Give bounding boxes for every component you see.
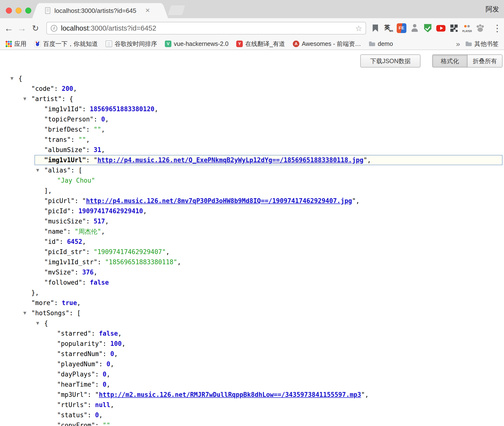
- json-token: "dayPlays": [57, 371, 95, 378]
- json-line: ▼"hotSongs": [: [0, 308, 504, 318]
- v-flag-extension-icon[interactable]: [370, 23, 380, 33]
- json-token: :: [103, 350, 110, 358]
- profile-name[interactable]: 阿发: [486, 0, 499, 18]
- json-token: :: [86, 248, 93, 256]
- json-token: :: [87, 391, 95, 398]
- url-text: localhost:3000/artists?id=6452: [61, 22, 156, 34]
- collapse-all-button[interactable]: 折叠所有: [467, 55, 502, 67]
- youtube-extension-icon[interactable]: [436, 23, 446, 33]
- bookmarks-bar: 应用百度一下，你就知道谷歌按时间排序Vvue-hackernews-2.0Y在线…: [0, 38, 504, 50]
- browser-menu-icon[interactable]: ⋮: [492, 18, 502, 38]
- json-token: "18569651883380118": [105, 258, 177, 266]
- json-token: "starred": [57, 330, 91, 337]
- json-token: ": [361, 391, 365, 398]
- collapse-arrow-icon[interactable]: ▼: [23, 94, 26, 104]
- bookmark-item[interactable]: demo: [369, 40, 393, 47]
- download-json-button[interactable]: 下载JSON数据: [360, 54, 420, 68]
- tab-close-icon[interactable]: ×: [143, 3, 152, 18]
- json-token: 376: [82, 269, 94, 276]
- forward-button[interactable]: →: [17, 18, 27, 38]
- adguard-shield-extension-icon[interactable]: [423, 23, 433, 33]
- bookmark-item[interactable]: 谷歌按时间排序: [106, 40, 157, 48]
- bookmark-label: demo: [378, 40, 393, 47]
- json-token: true: [62, 299, 77, 307]
- bookmark-item[interactable]: Vvue-hackernews-2.0: [165, 40, 228, 47]
- json-line: ▼"alias": [: [0, 165, 504, 175]
- json-token: ,: [101, 126, 105, 133]
- json-token: "id": [44, 238, 59, 245]
- json-token: ,: [114, 350, 118, 358]
- reload-button[interactable]: ↻: [30, 18, 41, 38]
- json-token: 18569651883380120: [90, 105, 154, 113]
- json-token: ,: [99, 411, 103, 419]
- json-token: "briefDesc": [44, 126, 86, 133]
- awesomes-favicon-icon: A: [293, 41, 299, 47]
- browser-tab[interactable]: localhost:3000/artists?id=645 ×: [39, 3, 161, 18]
- json-url-link[interactable]: http://p4.music.126.net/Q_ExePNkmqB2yWyL…: [97, 156, 363, 164]
- address-bar[interactable]: i localhost:3000/artists?id=6452 ☆: [46, 22, 366, 34]
- format-button[interactable]: 格式化: [433, 55, 467, 67]
- json-token: :: [95, 422, 103, 426]
- json-token: :: [67, 228, 75, 235]
- close-window-button[interactable]: [6, 8, 12, 14]
- json-token: ,: [367, 156, 371, 164]
- json-token: 100: [110, 340, 122, 347]
- player-extension-icon[interactable]: PLAYER: [462, 23, 472, 33]
- fe-extension-icon[interactable]: FE: [397, 23, 406, 33]
- json-token: :: [95, 371, 103, 378]
- json-line: ▼{: [0, 73, 504, 84]
- translate-extension-icon[interactable]: 英en: [384, 23, 393, 33]
- json-line: "copyFrom": "",: [0, 420, 504, 426]
- back-button[interactable]: ←: [3, 18, 14, 38]
- new-tab-button[interactable]: [168, 5, 185, 15]
- json-token: :: [86, 126, 93, 133]
- json-token: "19097417462929407": [94, 248, 166, 256]
- bookmark-item[interactable]: AAwesomes - 前端资…: [293, 40, 361, 48]
- json-token: ,: [105, 116, 109, 123]
- json-token: ,: [86, 136, 90, 143]
- json-token: 31: [94, 146, 101, 153]
- json-token: :: [75, 197, 82, 204]
- json-token: "topicPerson": [44, 116, 94, 123]
- json-token: ,: [154, 105, 158, 113]
- maximize-window-button[interactable]: [25, 8, 31, 14]
- other-bookmarks-folder[interactable]: 其他书签: [465, 40, 499, 48]
- tab-strip: localhost:3000/artists?id=645 × 阿发: [0, 0, 504, 18]
- tab-title: localhost:3000/artists?id=645: [54, 3, 141, 18]
- paw-extension-icon[interactable]: [475, 23, 485, 33]
- bookmark-star-icon[interactable]: ☆: [355, 22, 362, 34]
- json-token: "albumSize": [44, 146, 86, 153]
- qrcode-extension-icon[interactable]: [449, 23, 459, 33]
- json-token: ,: [107, 371, 110, 378]
- json-token: 0: [110, 350, 114, 358]
- vue-favicon-icon: V: [165, 41, 171, 47]
- json-token: ": [94, 156, 98, 164]
- bookmark-item[interactable]: 百度一下，你就知道: [34, 40, 98, 48]
- bookmark-item[interactable]: Y在线翻译_有道: [236, 40, 285, 48]
- bookmark-item[interactable]: 应用: [5, 40, 26, 48]
- json-url-link[interactable]: http://m2.music.126.net/RMJR7wDullRqppBk…: [99, 391, 361, 398]
- collapse-arrow-icon[interactable]: ▼: [36, 165, 39, 175]
- json-token: 19097417462929410: [78, 207, 143, 215]
- collapse-arrow-icon[interactable]: ▼: [23, 308, 26, 318]
- json-token: {: [18, 75, 22, 82]
- minimize-window-button[interactable]: [16, 8, 22, 14]
- extension-icon-subtext: en: [389, 29, 393, 33]
- collapse-arrow-icon[interactable]: ▼: [36, 318, 39, 328]
- profile-person-extension-icon[interactable]: [410, 23, 420, 33]
- json-token: "picId_str": [44, 248, 86, 256]
- json-token: "musicSize": [44, 218, 86, 225]
- json-line: "picId": 19097417462929410,: [0, 206, 504, 216]
- page-info-icon[interactable]: i: [51, 25, 57, 32]
- json-token: ,: [82, 238, 86, 245]
- json-token: "trans": [44, 136, 71, 143]
- json-line: "albumSize": 31,: [0, 145, 504, 155]
- bookmarks-overflow-icon[interactable]: »: [456, 38, 460, 49]
- json-token: 0: [95, 411, 99, 419]
- collapse-arrow-icon[interactable]: ▼: [10, 73, 13, 84]
- json-token: :: [75, 269, 82, 276]
- json-line: "picUrl": "http://p4.music.126.net/8mv7q…: [0, 196, 504, 206]
- json-token: :: [99, 360, 106, 368]
- baidu-favicon-icon: [34, 41, 41, 47]
- json-url-link[interactable]: http://p4.music.126.net/8mv7qP30Pd3oHW8b…: [86, 197, 352, 204]
